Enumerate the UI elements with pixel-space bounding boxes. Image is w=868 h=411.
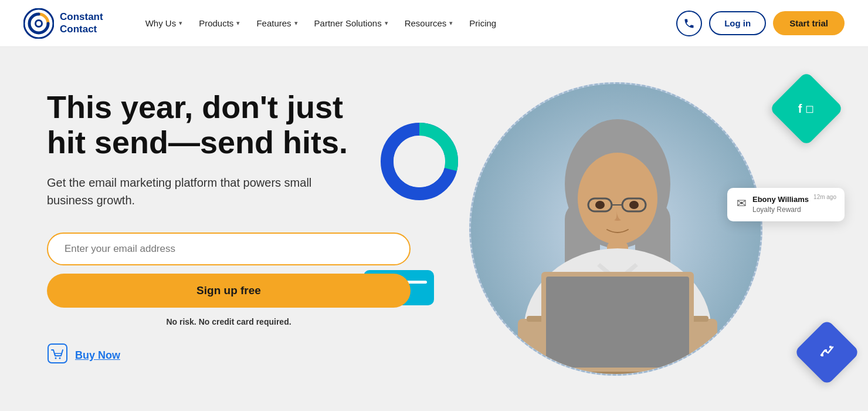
- social-icons-badge: f ◻: [769, 71, 843, 146]
- portrait-image: [469, 82, 762, 376]
- analytics-icon: [819, 342, 835, 359]
- email-card-type: Loyalty Reward: [752, 206, 801, 214]
- hero-title: This year, don't just hit send—send hits…: [47, 90, 375, 160]
- nav-item-pricing[interactable]: Pricing: [462, 14, 503, 33]
- hero-section: This year, don't just hit send—send hits…: [0, 47, 868, 411]
- svg-rect-28: [829, 346, 832, 348]
- svg-point-17: [595, 201, 605, 209]
- facebook-icon: f: [798, 102, 802, 115]
- email-notification-card: ✉ Ebony Williams Loyalty Reward 12m ago: [727, 188, 845, 221]
- nav-item-products[interactable]: Products ▾: [192, 14, 247, 33]
- navbar: Constant Contact Why Us ▾ Products ▾ Fea…: [0, 0, 868, 47]
- svg-rect-25: [530, 372, 706, 376]
- email-card-timestamp: 12m ago: [813, 194, 836, 200]
- chevron-down-icon: ▾: [236, 19, 240, 27]
- buy-now-link[interactable]: Buy Now: [75, 349, 120, 362]
- no-risk-text: No risk. No credit card required.: [47, 317, 411, 326]
- svg-point-2: [36, 21, 41, 26]
- svg-point-5: [59, 357, 61, 359]
- email-card-name: Ebony Williams: [752, 195, 809, 204]
- email-input[interactable]: [65, 243, 393, 255]
- nav-links: Why Us ▾ Products ▾ Features ▾ Partner S…: [138, 14, 676, 33]
- nav-item-partner[interactable]: Partner Solutions ▾: [307, 14, 395, 33]
- svg-rect-27: [825, 349, 827, 352]
- chevron-down-icon: ▾: [294, 19, 298, 27]
- svg-point-18: [629, 201, 639, 209]
- signup-button[interactable]: Sign up free: [47, 274, 411, 308]
- analytics-badge: [794, 319, 860, 385]
- cart-icon: [47, 343, 68, 368]
- login-button[interactable]: Log in: [709, 11, 766, 35]
- hero-content: This year, don't just hit send—send hits…: [47, 90, 411, 368]
- svg-point-13: [578, 153, 657, 244]
- nav-item-whyus[interactable]: Why Us ▾: [138, 14, 190, 33]
- nav-item-resources[interactable]: Resources ▾: [398, 14, 460, 33]
- brand-name: Constant Contact: [60, 11, 103, 35]
- instagram-icon: ◻: [806, 102, 815, 115]
- nav-item-features[interactable]: Features ▾: [249, 14, 304, 33]
- phone-icon: [683, 18, 695, 29]
- svg-point-4: [55, 357, 57, 359]
- email-input-container[interactable]: [47, 233, 411, 265]
- svg-rect-26: [821, 354, 823, 356]
- svg-rect-24: [546, 277, 689, 368]
- hero-subtitle: Get the email marketing platform that po…: [47, 174, 340, 209]
- phone-button[interactable]: [676, 11, 702, 36]
- logo-icon: [23, 8, 54, 39]
- chevron-down-icon: ▾: [179, 19, 182, 27]
- email-icon: ✉: [737, 196, 747, 210]
- hero-illustration: f ◻ ✉ Ebony Williams Loyalty Reward 12m …: [411, 47, 821, 411]
- nav-actions: Log in Start trial: [676, 11, 845, 36]
- logo[interactable]: Constant Contact: [23, 8, 103, 39]
- start-trial-button[interactable]: Start trial: [773, 11, 845, 35]
- chevron-down-icon: ▾: [449, 19, 453, 27]
- chevron-down-icon: ▾: [385, 19, 388, 27]
- buy-now-row: Buy Now: [47, 343, 411, 368]
